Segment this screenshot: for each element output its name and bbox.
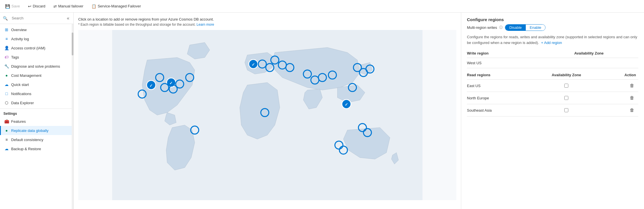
sidebar-item-tags[interactable]: 🏷 Tags <box>0 53 72 62</box>
read-region-action-cell: 🗑 <box>603 92 638 104</box>
sidebar: 🔍 « ⊞ Overview ≡ Activity log 👤 Access c… <box>0 13 74 209</box>
write-region-header: Write region <box>467 49 539 58</box>
learn-more-link[interactable]: Learn more <box>196 23 214 27</box>
service-managed-icon: 📋 <box>91 4 96 9</box>
sidebar-item-replicate-data[interactable]: ● Replicate data globally <box>0 126 72 135</box>
sidebar-item-backup-restore[interactable]: ☁ Backup & Restore <box>0 144 72 153</box>
availability-zone-checkbox[interactable] <box>564 84 568 88</box>
world-map-container[interactable]: ✓ ✓ ✓ ✓ <box>78 30 456 200</box>
read-region-az-cell[interactable] <box>529 104 603 116</box>
read-region-az-cell[interactable] <box>529 80 603 92</box>
read-region-name: North Europe <box>467 92 529 104</box>
discard-icon: ↩ <box>28 4 31 9</box>
read-region-az-cell[interactable] <box>529 92 603 104</box>
quick-start-icon: ☁ <box>4 82 9 87</box>
sidebar-item-access-control[interactable]: 👤 Access control (IAM) <box>0 43 72 53</box>
search-input[interactable] <box>9 15 64 21</box>
read-region-row: North Europe 🗑 <box>467 92 638 104</box>
action-header: Action <box>603 71 638 80</box>
delete-region-button[interactable]: 🗑 <box>628 107 636 113</box>
read-region-action-cell: 🗑 <box>603 104 638 116</box>
replicate-data-icon: ● <box>4 128 9 133</box>
collapse-sidebar-button[interactable]: « <box>66 15 71 21</box>
sidebar-item-default-consistency[interactable]: ≡ Default consistency <box>0 135 72 144</box>
panel-title: Configure regions <box>467 17 638 22</box>
delete-region-button[interactable]: 🗑 <box>628 83 636 89</box>
read-regions-table: Read regions Availability Zone Action Ea… <box>467 71 638 116</box>
world-map-svg: ✓ ✓ ✓ ✓ <box>78 30 456 200</box>
write-az-header: Availability Zone <box>539 49 638 58</box>
cost-management-icon: ● <box>4 73 9 78</box>
sidebar-item-notifications[interactable]: □ Notifications <box>0 89 72 98</box>
read-region-name: Southeast Asia <box>467 104 529 116</box>
save-icon: 💾 <box>5 4 10 9</box>
read-az-header: Availability Zone <box>529 71 603 80</box>
delete-region-button[interactable]: 🗑 <box>628 95 636 101</box>
map-section: Click on a location to add or remove reg… <box>74 13 461 209</box>
multi-region-label: Multi-region writes <box>467 25 497 30</box>
multi-region-toggle-group: Multi-region writes ⓘ Disable Enable <box>467 24 638 31</box>
multi-region-toggle-buttons: Disable Enable <box>505 24 545 31</box>
sidebar-nav: ⊞ Overview ≡ Activity log 👤 Access contr… <box>0 24 72 209</box>
sidebar-item-features[interactable]: 🧰 Features <box>0 117 72 126</box>
save-button[interactable]: 💾 Save <box>3 3 22 10</box>
config-description: Configure the regions for reads, writes … <box>467 34 638 45</box>
discard-button[interactable]: ↩ Discard <box>26 3 47 10</box>
sidebar-item-data-explorer[interactable]: ⬡ Data Explorer <box>0 98 72 107</box>
sidebar-item-quick-start[interactable]: ☁ Quick start <box>0 80 72 89</box>
settings-section-header: Settings <box>0 108 72 117</box>
overview-icon: ⊞ <box>4 27 9 32</box>
write-region-value: West US <box>467 58 539 68</box>
svg-text:✓: ✓ <box>149 83 153 88</box>
multi-region-info-icon[interactable]: ⓘ <box>499 25 503 30</box>
failover-icon: ⇄ <box>53 4 57 9</box>
regions-table: Write region Availability Zone West US <box>467 49 638 68</box>
backup-restore-icon: ☁ <box>4 146 9 151</box>
manual-failover-button[interactable]: ⇄ Manual failover <box>52 3 85 10</box>
map-note: * Each region is billable based on the t… <box>78 23 456 27</box>
sidebar-item-activity-log[interactable]: ≡ Activity log <box>0 34 72 43</box>
enable-toggle-button[interactable]: Enable <box>526 25 545 31</box>
map-description: Click on a location to add or remove reg… <box>78 17 456 21</box>
write-region-row: West US <box>467 58 638 68</box>
right-panel: Configure regions Multi-region writes ⓘ … <box>461 13 644 209</box>
availability-zone-checkbox[interactable] <box>564 108 568 112</box>
sidebar-search-bar: 🔍 « <box>0 13 73 24</box>
toolbar: 💾 Save ↩ Discard ⇄ Manual failover 📋 Ser… <box>0 0 644 13</box>
features-icon: 🧰 <box>4 119 9 124</box>
read-region-row: East US 🗑 <box>467 80 638 92</box>
service-managed-failover-button[interactable]: 📋 Service-Managed Failover <box>90 3 143 10</box>
content-area: Click on a location to add or remove reg… <box>74 13 644 209</box>
read-region-action-cell: 🗑 <box>603 80 638 92</box>
tags-icon: 🏷 <box>4 55 9 59</box>
notifications-icon: □ <box>4 91 9 96</box>
read-region-name: East US <box>467 80 529 92</box>
search-icon: 🔍 <box>3 16 8 21</box>
read-regions-header: Read regions <box>467 71 529 80</box>
sidebar-item-overview[interactable]: ⊞ Overview <box>0 25 72 34</box>
read-region-row: Southeast Asia 🗑 <box>467 104 638 116</box>
diagnose-icon: 🔧 <box>4 64 9 69</box>
access-control-icon: 👤 <box>4 46 9 50</box>
activity-log-icon: ≡ <box>4 37 9 41</box>
data-explorer-icon: ⬡ <box>4 101 9 105</box>
sidebar-item-cost-management[interactable]: ● Cost Management <box>0 71 72 80</box>
sidebar-item-diagnose[interactable]: 🔧 Diagnose and solve problems <box>0 62 72 71</box>
default-consistency-icon: ≡ <box>4 137 9 142</box>
availability-zone-checkbox[interactable] <box>564 96 568 100</box>
add-region-link[interactable]: + Add region <box>541 41 562 45</box>
svg-text:✓: ✓ <box>252 62 255 67</box>
svg-text:✓: ✓ <box>345 102 348 107</box>
disable-toggle-button[interactable]: Disable <box>505 25 525 31</box>
